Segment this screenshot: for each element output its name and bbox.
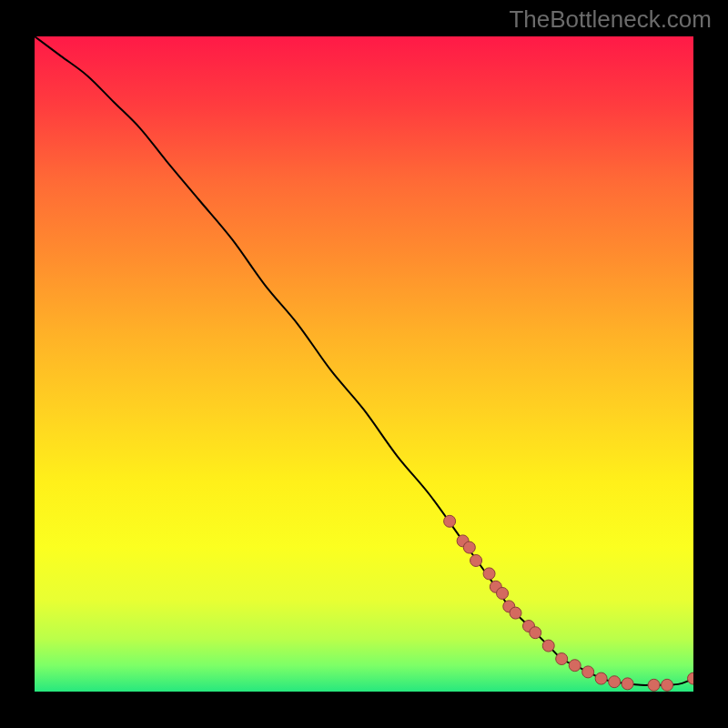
data-point-marker [463, 541, 475, 553]
curve-overlay [35, 36, 693, 692]
data-point-marker [662, 679, 673, 691]
chart-frame: TheBottleneck.com [0, 0, 728, 728]
data-point-marker [595, 672, 607, 684]
data-point-marker [569, 660, 581, 672]
data-point-marker [542, 640, 554, 652]
data-point-marker [556, 653, 568, 665]
data-point-marker [622, 678, 633, 690]
data-point-marker [609, 676, 621, 688]
data-point-marker [530, 627, 541, 639]
watermark-text: TheBottleneck.com [509, 5, 712, 34]
bottleneck-curve [35, 36, 693, 685]
plot-area [35, 36, 693, 692]
data-point-marker [470, 555, 482, 567]
data-point-marker [510, 607, 521, 619]
data-point-marker [497, 588, 509, 600]
data-point-marker [688, 672, 694, 684]
data-point-marker [444, 515, 456, 527]
data-point-marker [582, 666, 594, 678]
data-point-marker [483, 568, 495, 580]
data-point-marker [648, 679, 660, 691]
